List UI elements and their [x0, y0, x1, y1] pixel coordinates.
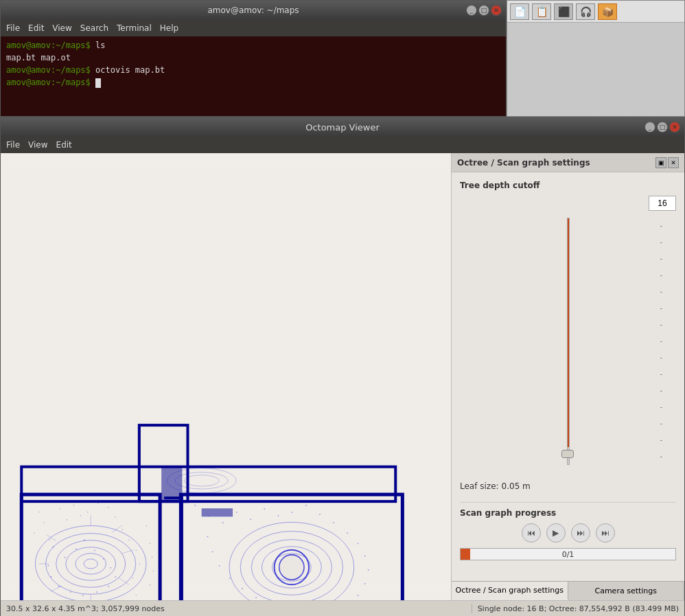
octomap-maximize[interactable]: □: [657, 122, 668, 133]
toolbar-btn-4[interactable]: 🎧: [576, 3, 595, 20]
svg-rect-47: [132, 578, 133, 578]
leaf-size-row: Leaf size: 0.05 m: [460, 481, 676, 491]
svg-rect-65: [84, 540, 85, 541]
tick-11: -: [660, 387, 662, 394]
octomap-window-controls: _ □ ✕: [645, 122, 680, 133]
svg-rect-81: [250, 518, 251, 520]
octomap-minimize[interactable]: _: [645, 122, 655, 133]
panel-buttons: ▣ ✕: [655, 157, 679, 168]
menu-view[interactable]: View: [52, 23, 71, 33]
pointcloud-visualization: [1, 153, 451, 600]
terminal-line-2: amov@amov:~/maps$ octovis map.bt: [6, 64, 500, 76]
svg-rect-85: [305, 505, 307, 506]
settings-panel: Octree / Scan graph settings ▣ ✕ Tree de…: [451, 153, 684, 600]
octomap-menu-view[interactable]: View: [28, 140, 47, 150]
svg-rect-73: [70, 591, 71, 593]
svg-rect-45: [136, 550, 137, 551]
terminal-titlebar: amov@amov: ~/maps _ □ ✕: [1, 1, 506, 20]
svg-rect-82: [264, 508, 266, 510]
svg-rect-57: [150, 584, 150, 585]
3d-view[interactable]: [1, 153, 451, 600]
svg-rect-64: [76, 549, 77, 550]
svg-rect-79: [222, 522, 224, 523]
svg-rect-67: [103, 558, 104, 560]
svg-rect-37: [73, 505, 74, 505]
progress-bar-label: 0/1: [562, 550, 574, 559]
toolbar-btn-5[interactable]: 📦: [598, 3, 617, 20]
svg-rect-93: [358, 595, 359, 596]
tick-14: -: [660, 437, 662, 444]
close-button[interactable]: ✕: [491, 5, 502, 16]
svg-rect-30: [32, 501, 32, 502]
octomap-title: Octomap Viewer: [305, 122, 380, 133]
svg-rect-70: [108, 586, 109, 587]
svg-rect-71: [96, 591, 97, 593]
svg-rect-32: [44, 522, 45, 523]
menu-search[interactable]: Search: [80, 23, 108, 33]
tab-octree-settings[interactable]: Octree / Scan graph settings: [452, 582, 568, 600]
terminal-window-controls: _ □ ✕: [466, 5, 502, 16]
maximize-button[interactable]: □: [478, 5, 489, 16]
svg-rect-34: [49, 540, 50, 540]
svg-rect-61: [146, 525, 147, 526]
svg-rect-36: [67, 519, 67, 520]
depth-input-row: [460, 196, 676, 211]
tick-3: -: [660, 255, 662, 262]
scan-progress-label: Scan graph progress: [460, 508, 676, 518]
toolbar-btn-1[interactable]: 📄: [510, 3, 529, 20]
svg-rect-0: [1, 162, 451, 592]
menu-terminal[interactable]: Terminal: [117, 23, 152, 33]
tick-6: -: [660, 305, 662, 312]
play-button[interactable]: ▶: [546, 523, 566, 543]
terminal-line-1: amov@amov:~/maps$ ls: [6, 39, 500, 52]
octomap-content: Octree / Scan graph settings ▣ ✕ Tree de…: [1, 153, 684, 600]
octomap-menu-edit[interactable]: Edit: [56, 140, 72, 150]
toolbar-row: 📄 📋 ⬛ 🎧 📦: [507, 1, 684, 23]
svg-rect-66: [94, 550, 95, 551]
skip-back-button[interactable]: ⏮: [522, 523, 541, 543]
menu-edit[interactable]: Edit: [28, 23, 44, 33]
tick-4: -: [660, 272, 662, 279]
tab-camera-settings[interactable]: Camera settings: [568, 582, 685, 600]
svg-rect-103: [219, 565, 220, 567]
svg-rect-109: [161, 467, 182, 501]
terminal-window: amov@amov: ~/maps _ □ ✕ File Edit View S…: [0, 0, 507, 117]
skip-end-button[interactable]: ⏭: [596, 523, 615, 543]
toolbar-btn-3[interactable]: ⬛: [554, 3, 573, 20]
terminal-content: amov@amov:~/maps$ ls map.bt map.ot amov@…: [1, 36, 506, 91]
terminal-cmd-1: ls: [95, 41, 105, 50]
svg-point-26: [279, 555, 304, 580]
svg-rect-68: [110, 567, 111, 569]
svg-rect-83: [278, 515, 279, 516]
terminal-cursor: [95, 78, 101, 88]
svg-rect-74: [58, 586, 60, 587]
leaf-size-value: 0.05 m: [502, 481, 531, 491]
svg-rect-105: [207, 536, 209, 538]
panel-restore-btn[interactable]: ▣: [655, 157, 666, 168]
skip-forward-button[interactable]: ⏭: [571, 523, 590, 543]
svg-rect-76: [48, 565, 49, 567]
minimize-button[interactable]: _: [466, 5, 477, 16]
tick-2: -: [660, 239, 662, 246]
progress-bar[interactable]: 0/1: [460, 548, 676, 560]
statusbar: 30.5 x 32.6 x 4.35 m^3; 3,057,999 nodes …: [1, 600, 684, 616]
svg-rect-31: [39, 512, 40, 512]
octomap-close[interactable]: ✕: [669, 122, 680, 133]
svg-rect-75: [51, 576, 52, 578]
playback-controls: ⏮ ▶ ⏭ ⏭: [460, 523, 676, 543]
toolbar-btn-2[interactable]: 📋: [532, 3, 551, 20]
svg-rect-72: [82, 595, 84, 596]
svg-rect-91: [368, 569, 369, 571]
menu-help[interactable]: Help: [160, 23, 178, 33]
panel-close-btn[interactable]: ✕: [668, 157, 679, 168]
right-toolbar: 📄 📋 ⬛ 🎧 📦: [507, 0, 685, 117]
settings-panel-title: Octree / Scan graph settings: [457, 158, 590, 168]
slider-thumb[interactable]: [561, 450, 574, 458]
menu-file[interactable]: File: [6, 23, 20, 33]
octomap-menu-file[interactable]: File: [6, 140, 20, 150]
tick-8: -: [660, 338, 662, 345]
svg-rect-104: [212, 551, 213, 553]
depth-input[interactable]: [649, 196, 676, 211]
svg-rect-42: [115, 516, 116, 517]
svg-rect-90: [364, 556, 366, 557]
